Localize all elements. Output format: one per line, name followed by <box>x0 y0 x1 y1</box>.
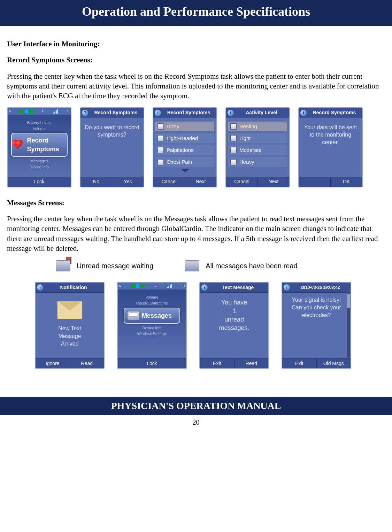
wheel-item: Record Symptoms <box>136 301 168 306</box>
envelope-icon <box>57 301 82 319</box>
record-symptoms-paragraph: Pressing the center key when the task wh… <box>7 71 385 101</box>
info-icon: i <box>155 110 161 116</box>
mailbox-unread-icon <box>56 260 70 271</box>
notification-screen: i Notification New Text Message Arrived … <box>35 282 105 369</box>
signal-bars-icon <box>53 109 58 114</box>
heart-icon <box>13 140 21 149</box>
message-icon-legend: Unread message waiting All messages have… <box>56 260 385 271</box>
softkey-yes[interactable]: Yes <box>112 177 144 187</box>
question-icon: ? <box>82 110 88 116</box>
mailbox-read-icon <box>185 260 199 271</box>
wheel-item: Wireless Settings <box>137 331 167 337</box>
softkey-next[interactable]: Next <box>258 177 289 187</box>
activity-option-moderate[interactable]: Moderate <box>228 145 287 155</box>
wheel-item: Volume <box>33 126 46 131</box>
legend-unread-label: Unread message waiting <box>77 261 153 271</box>
checkbox-icon <box>230 123 237 130</box>
softkey-lock[interactable]: Lock <box>118 358 186 368</box>
symptom-option-lightheaded[interactable]: Light-Headed <box>155 133 214 143</box>
wheel-item: Volume <box>146 295 159 300</box>
messages-paragraph: Pressing the center key when the task wh… <box>7 214 385 253</box>
wheel-selected-record-symptoms[interactable]: Record Symptoms <box>11 133 68 157</box>
section-messages-title: Messages Screens: <box>7 198 385 208</box>
status-bar: S E H <box>118 283 186 290</box>
record-symptoms-prompt-screen: ? Record Symptoms Do you want to record … <box>80 107 144 187</box>
softkey-exit[interactable]: Exit <box>200 358 235 368</box>
symptom-option-chestpain[interactable]: Chest Pain <box>155 157 214 167</box>
task-wheel-messages-screen: S E H Volume Record Symptoms <box>117 282 187 369</box>
confirmation-screen: i Record Symptoms Your data will be sent… <box>298 107 363 187</box>
signal-bars-icon <box>167 284 172 288</box>
page-number: 20 <box>0 418 392 426</box>
checkbox-icon <box>230 159 237 165</box>
messages-screens-row: i Notification New Text Message Arrived … <box>35 282 385 369</box>
page-header: Operation and Performance Specifications <box>0 0 392 26</box>
checkbox-icon <box>157 159 164 165</box>
status-bar: S E H <box>8 108 71 115</box>
softkey-read[interactable]: Read <box>235 358 269 368</box>
wheel-item: Messages <box>30 159 48 164</box>
record-symptoms-screens-row: S E H Battery Levels Volume <box>7 107 385 187</box>
message-detail-screen: i 2010-03-26 19:08:42 Your signal is noi… <box>282 282 351 369</box>
softkey-lock[interactable]: Lock <box>8 177 71 187</box>
symptoms-list-screen: i Record Symptoms Dizzy Light-Headed Pal… <box>153 107 217 187</box>
checkbox-icon <box>157 147 164 153</box>
info-icon: i <box>37 284 43 291</box>
activity-option-heavy[interactable]: Heavy <box>228 157 287 167</box>
mailbox-icon <box>127 311 140 320</box>
checkbox-icon <box>157 135 164 141</box>
task-wheel-screen: S E H Battery Levels Volume <box>7 107 71 187</box>
activity-level-screen: i Activity Level Resting Light Moderate … <box>225 107 290 187</box>
softkey-cancel[interactable]: Cancel <box>226 177 258 187</box>
wheel-item: Battery Levels <box>27 120 52 125</box>
scrollbar-thumb[interactable] <box>347 294 350 308</box>
checkbox-icon <box>230 147 237 153</box>
softkey-empty <box>299 177 331 187</box>
info-icon: i <box>300 110 307 116</box>
softkey-read[interactable]: Read <box>70 358 104 368</box>
scroll-down-icon <box>180 169 190 172</box>
softkey-ok[interactable]: OK <box>331 177 362 187</box>
wheel-item: Device Info <box>142 325 161 331</box>
confirmation-message: Your data will be sent to the monitoring… <box>301 122 360 146</box>
wheel-item: Device Info <box>30 164 49 170</box>
softkey-cancel[interactable]: Cancel <box>153 177 185 187</box>
checkbox-icon <box>157 123 164 130</box>
section-ui-monitoring-title: User Interface in Monitoring: <box>7 39 385 49</box>
message-body-text: Your signal is noisy! Can you check your… <box>284 296 348 319</box>
softkey-next[interactable]: Next <box>185 177 216 187</box>
checkbox-icon <box>230 135 237 141</box>
info-icon: i <box>228 110 234 116</box>
page-footer: PHYSICIAN'S OPERATION MANUAL <box>0 397 392 415</box>
activity-option-light[interactable]: Light <box>228 133 287 143</box>
activity-option-resting[interactable]: Resting <box>228 122 287 131</box>
symptom-option-dizzy[interactable]: Dizzy <box>155 122 214 131</box>
section-record-symptoms-title: Record Symptoms Screens: <box>7 55 385 65</box>
text-message-screen: i Text Message You have 1 unread message… <box>199 282 269 369</box>
legend-read-label: All messages have been read <box>206 261 298 271</box>
info-icon: i <box>284 284 290 291</box>
info-icon: i <box>201 284 208 291</box>
prompt-message: Do you want to record symptoms? <box>83 122 141 139</box>
softkey-old-msgs[interactable]: Old Msgs <box>317 358 351 368</box>
softkey-exit[interactable]: Exit <box>282 358 317 368</box>
symptom-option-palpitations[interactable]: Palpitations <box>155 145 214 155</box>
softkey-no[interactable]: No <box>80 177 112 187</box>
softkey-ignore[interactable]: Ignore <box>36 358 70 368</box>
wheel-selected-messages[interactable]: Messages <box>124 308 180 324</box>
